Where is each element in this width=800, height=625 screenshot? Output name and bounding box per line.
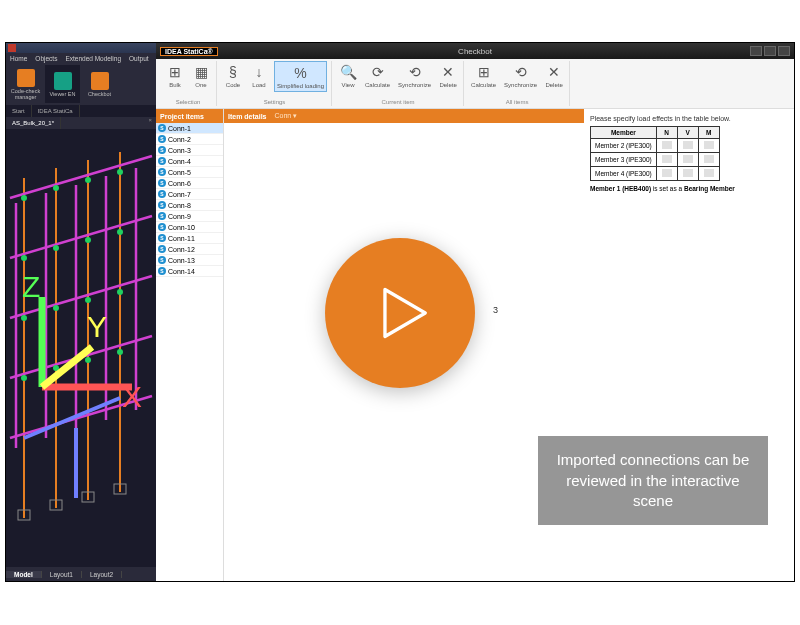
close-tab-icon[interactable]: ×: [144, 117, 156, 129]
ribbon-btn-label: Synchronize: [398, 82, 431, 88]
project-item[interactable]: SConn-1: [156, 123, 223, 134]
cell-m[interactable]: [698, 139, 719, 153]
ribbon-group-label: Current item: [337, 98, 459, 106]
cad-app-icon: [8, 44, 16, 52]
menu-home[interactable]: Home: [10, 55, 27, 62]
ribbon-label: Checkbot: [88, 91, 111, 97]
axis-marker-3: 3: [493, 305, 498, 315]
project-item-name: Conn-9: [168, 213, 191, 220]
project-item[interactable]: SConn-4: [156, 156, 223, 167]
status-dot-icon: S: [158, 168, 166, 176]
ribbon-group-label: All items: [469, 98, 565, 106]
play-button[interactable]: [325, 238, 475, 388]
load-input-icon: [683, 141, 693, 149]
status-dot-icon: S: [158, 124, 166, 132]
project-item[interactable]: SConn-6: [156, 178, 223, 189]
ribbon-group: §Code↓Load%Simplified loadingSettings: [218, 61, 332, 106]
ribbon-calc2-button[interactable]: ⊞Calculate: [469, 61, 498, 90]
project-item[interactable]: SConn-2: [156, 134, 223, 145]
ribbon-calc1-button[interactable]: ⟳Calculate: [363, 61, 392, 90]
status-dot-icon: S: [158, 201, 166, 209]
project-item-name: Conn-4: [168, 158, 191, 165]
project-item[interactable]: SConn-8: [156, 200, 223, 211]
cell-n[interactable]: [656, 153, 677, 167]
window-title: Checkbot: [458, 47, 492, 56]
close-button[interactable]: [778, 46, 790, 56]
ribbon-btn-label: Calculate: [365, 82, 390, 88]
ribbon-del2-button[interactable]: ✕Delete: [543, 61, 565, 90]
project-item-name: Conn-14: [168, 268, 195, 275]
cell-m[interactable]: [698, 153, 719, 167]
ribbon-del1-button[interactable]: ✕Delete: [437, 61, 459, 90]
calc2-icon: ⊞: [475, 63, 493, 81]
menu-output[interactable]: Output: [129, 55, 149, 62]
project-item-name: Conn-7: [168, 191, 191, 198]
project-item-name: Conn-13: [168, 257, 195, 264]
menu-objects[interactable]: Objects: [35, 55, 57, 62]
ribbon-sync1-button[interactable]: ⟲Synchronize: [396, 61, 433, 90]
ribbon-group: 🔍View⟳Calculate⟲Synchronize✕DeleteCurren…: [333, 61, 464, 106]
axes-gizmo-icon: Z X Y: [12, 129, 156, 561]
ribbon-group-label: Settings: [222, 98, 327, 106]
menu-ext-modeling[interactable]: Extended Modeling: [65, 55, 121, 62]
item-dropdown[interactable]: Conn ▾: [275, 112, 298, 120]
ribbon-btn-label: View: [342, 82, 355, 88]
maximize-button[interactable]: [764, 46, 776, 56]
cell-v[interactable]: [677, 139, 698, 153]
project-item[interactable]: SConn-5: [156, 167, 223, 178]
tab-start[interactable]: Start: [6, 105, 32, 117]
ribbon-code-button[interactable]: §Code: [222, 61, 244, 90]
tab-idea-statica[interactable]: IDEA StatiCa: [32, 105, 80, 117]
ribbon-btn-label: Simplified loading: [277, 83, 324, 89]
ribbon-code-check[interactable]: Code-check manager: [8, 65, 43, 103]
project-items-list[interactable]: SConn-1SConn-2SConn-3SConn-4SConn-5SConn…: [156, 123, 223, 581]
ribbon-viewer[interactable]: Viewer EN: [45, 65, 80, 103]
file-tab[interactable]: AS_Bulk_20_1*: [6, 117, 61, 129]
project-item[interactable]: SConn-10: [156, 222, 223, 233]
cell-v[interactable]: [677, 167, 698, 181]
project-item[interactable]: SConn-14: [156, 266, 223, 277]
ribbon-btn-label: Synchronize: [504, 82, 537, 88]
cell-v[interactable]: [677, 153, 698, 167]
idea-logo: IDEA StatiCa®: [160, 47, 218, 56]
ribbon-label: Viewer EN: [50, 91, 76, 97]
svg-text:X: X: [122, 380, 142, 413]
ribbon-bulk-button[interactable]: ⊞Bulk: [164, 61, 186, 90]
cell-m[interactable]: [698, 167, 719, 181]
cad-3d-viewport[interactable]: Z X Y: [6, 129, 156, 567]
simplified-icon: %: [292, 64, 310, 82]
cell-n[interactable]: [656, 139, 677, 153]
ribbon-load-button[interactable]: ↓Load: [248, 61, 270, 90]
svg-marker-42: [385, 289, 425, 336]
cad-ribbon: Code-check manager Viewer EN Checkbot: [6, 63, 156, 105]
ribbon-sync2-button[interactable]: ⟲Synchronize: [502, 61, 539, 90]
project-item[interactable]: SConn-3: [156, 145, 223, 156]
th-n: N: [656, 127, 677, 139]
project-item[interactable]: SConn-9: [156, 211, 223, 222]
ribbon-btn-label: Delete: [439, 82, 456, 88]
bearing-member-note: Member 1 (HEB400) is set as a Bearing Me…: [590, 185, 788, 192]
cell-n[interactable]: [656, 167, 677, 181]
status-dot-icon: S: [158, 245, 166, 253]
project-item[interactable]: SConn-11: [156, 233, 223, 244]
checkbot-icon: [91, 72, 109, 90]
code-check-icon: [17, 69, 35, 87]
layout-tab-2[interactable]: Layout2: [82, 571, 122, 578]
ribbon-one-button[interactable]: ▦One: [190, 61, 212, 90]
status-dot-icon: S: [158, 223, 166, 231]
ribbon-group-label: Selection: [164, 98, 212, 106]
project-item[interactable]: SConn-7: [156, 189, 223, 200]
ribbon-label: Code-check manager: [8, 88, 43, 100]
load-input-icon: [683, 169, 693, 177]
load-input-icon: [662, 141, 672, 149]
svg-text:Z: Z: [22, 270, 40, 303]
ribbon-checkbot[interactable]: Checkbot: [82, 65, 117, 103]
layout-tab-1[interactable]: Layout1: [42, 571, 82, 578]
project-item[interactable]: SConn-12: [156, 244, 223, 255]
layout-tab-model[interactable]: Model: [6, 571, 42, 578]
status-dot-icon: S: [158, 146, 166, 154]
minimize-button[interactable]: [750, 46, 762, 56]
ribbon-simplified-button[interactable]: %Simplified loading: [274, 61, 327, 92]
ribbon-view-button[interactable]: 🔍View: [337, 61, 359, 90]
project-item[interactable]: SConn-13: [156, 255, 223, 266]
